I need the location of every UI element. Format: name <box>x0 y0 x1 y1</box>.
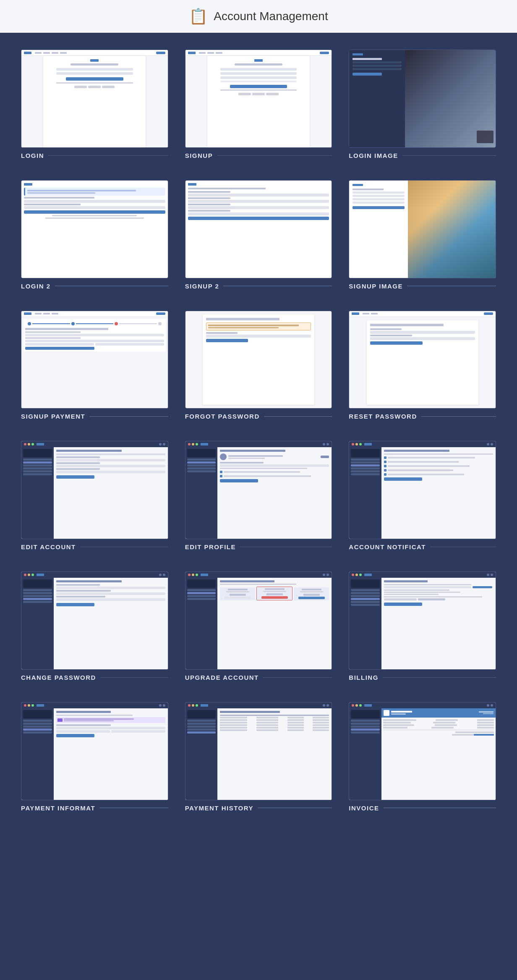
screenshot-reset-password <box>349 311 496 409</box>
grid-item-edit-account: EDIT ACCOUNT <box>21 441 168 550</box>
item-label-payment-information: PAYMENT INFORMAT <box>21 804 168 812</box>
item-label-edit-profile: EDIT PROFILE <box>185 543 332 550</box>
page-header: 📋 Account Management <box>0 0 517 33</box>
screenshot-payment-information <box>21 702 168 800</box>
item-label-edit-account: EDIT ACCOUNT <box>21 543 168 550</box>
grid-item-signup-image: SIGNUP IMAGE <box>349 180 496 290</box>
grid-item-edit-profile: EDIT PROFILE <box>185 441 332 550</box>
grid-item-login: LOGIN <box>21 50 168 159</box>
grid-item-payment-information: PAYMENT INFORMAT <box>21 702 168 812</box>
item-label-reset-password: RESET PASSWORD <box>349 413 496 420</box>
item-label-upgrade-account: UPGRADE ACCOUNT <box>185 674 332 681</box>
grid-item-login2: LOGIN 2 <box>21 180 168 290</box>
screenshot-login-image <box>349 50 496 148</box>
screenshot-change-password <box>21 571 168 670</box>
item-label-payment-history: PAYMENT HISTORY <box>185 804 332 812</box>
grid-container: LOGIN <box>0 33 517 828</box>
grid-item-change-password: CHANGE PASSWORD <box>21 571 168 681</box>
screenshot-login2 <box>21 180 168 278</box>
item-label-account-notifications: ACCOUNT NOTIFICAT <box>349 543 496 550</box>
screenshot-forgot-password <box>185 311 332 409</box>
item-label-signup-payment: SIGNUP PAYMENT <box>21 413 168 420</box>
item-label-signup-image: SIGNUP IMAGE <box>349 283 496 290</box>
grid-item-login-image: LOGIN IMAGE <box>349 50 496 159</box>
screenshot-signup <box>185 50 332 148</box>
item-label-forgot-password: FORGOT PASSWORD <box>185 413 332 420</box>
screenshot-payment-history <box>185 702 332 800</box>
item-label-signup2: SIGNUP 2 <box>185 283 332 290</box>
screenshot-billing <box>349 571 496 670</box>
screenshot-edit-account <box>21 441 168 539</box>
grid-item-billing: BILLING <box>349 571 496 681</box>
header-icon: 📋 <box>189 8 208 25</box>
grid-item-payment-history: PAYMENT HISTORY <box>185 702 332 812</box>
item-label-signup: SIGNUP <box>185 152 332 159</box>
item-label-change-password: CHANGE PASSWORD <box>21 674 168 681</box>
screenshot-invoice <box>349 702 496 800</box>
item-label-login: LOGIN <box>21 152 168 159</box>
grid-item-signup: SIGNUP <box>185 50 332 159</box>
screenshot-signup-payment <box>21 311 168 409</box>
grid-item-forgot-password: FORGOT PASSWORD <box>185 311 332 420</box>
grid-item-invoice: INVOICE <box>349 702 496 812</box>
grid-item-account-notifications: ACCOUNT NOTIFICAT <box>349 441 496 550</box>
grid-item-reset-password: RESET PASSWORD <box>349 311 496 420</box>
screenshot-signup-image <box>349 180 496 278</box>
screenshot-signup2 <box>185 180 332 278</box>
item-label-login-image: LOGIN IMAGE <box>349 152 496 159</box>
screenshot-login <box>21 50 168 148</box>
grid-item-signup-payment: SIGNUP PAYMENT <box>21 311 168 420</box>
header-title: Account Management <box>214 10 328 23</box>
screenshot-account-notifications <box>349 441 496 539</box>
screenshot-upgrade-account <box>185 571 332 670</box>
grid-item-upgrade-account: UPGRADE ACCOUNT <box>185 571 332 681</box>
item-label-login2: LOGIN 2 <box>21 283 168 290</box>
grid-item-signup2: SIGNUP 2 <box>185 180 332 290</box>
item-label-invoice: INVOICE <box>349 804 496 812</box>
screenshot-edit-profile <box>185 441 332 539</box>
item-label-billing: BILLING <box>349 674 496 681</box>
